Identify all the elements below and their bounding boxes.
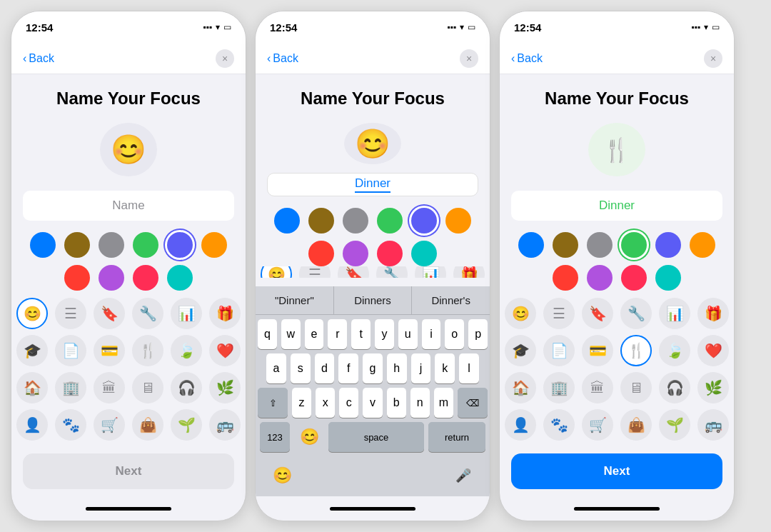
color-brown-2[interactable] [308,208,334,234]
emoji-circle-2[interactable]: 😊 [344,123,401,164]
icon-person-1[interactable]: 👤 [16,409,48,441]
close-button-3[interactable]: × [704,49,722,68]
key-123[interactable]: 123 [260,422,290,452]
partial-icon-tool[interactable]: 🔧 [376,266,408,278]
key-y[interactable]: y [375,319,394,349]
next-button-1[interactable]: Next [23,453,234,489]
icon-person-3[interactable]: 👤 [505,409,536,441]
key-q[interactable]: q [258,319,277,349]
key-j[interactable]: j [411,353,431,383]
autocomplete-dinners-apos[interactable]: Dinner's [412,286,490,314]
icon-bank-3[interactable]: 🏛 [582,372,613,403]
icon-plant-3[interactable]: 🌿 [697,372,729,403]
icon-chart-3[interactable]: 📊 [659,298,690,329]
icon-home-3[interactable]: 🏠 [505,372,536,403]
color-pink-3[interactable] [621,265,647,291]
microphone-key[interactable]: 🎤 [448,461,478,491]
key-n[interactable]: n [410,388,430,418]
icon-card-1[interactable]: 💳 [94,335,125,366]
emoji-switcher[interactable]: 😊 [267,461,297,491]
key-emoji[interactable]: 😊 [294,422,324,452]
autocomplete-dinner-quote[interactable]: "Dinner" [256,286,334,314]
icon-leaf-1[interactable]: 🍃 [171,335,202,366]
icon-home-1[interactable]: 🏠 [16,372,48,403]
key-x[interactable]: x [316,388,335,418]
icon-fork-3[interactable]: 🍴 [620,335,652,366]
color-red-3[interactable] [553,265,578,291]
icon-paw-1[interactable]: 🐾 [55,409,86,441]
color-pink-2[interactable] [377,241,403,266]
autocomplete-dinners[interactable]: Dinners [334,286,413,314]
color-gray-1[interactable] [99,232,124,258]
partial-icon-book[interactable]: 🔖 [338,266,369,278]
key-h[interactable]: h [387,353,407,383]
icon-heart-3[interactable]: ❤️ [697,335,729,366]
icon-grad-3[interactable]: 🎓 [505,335,536,366]
icon-bag-3[interactable]: 👜 [620,409,652,441]
key-space[interactable]: space [328,422,424,452]
key-a[interactable]: a [266,353,286,383]
partial-icon-gift[interactable]: 🎁 [453,266,485,278]
key-v[interactable]: v [363,388,382,418]
icon-emoji-1[interactable]: 😊 [16,298,48,329]
icon-headphones-3[interactable]: 🎧 [659,372,690,403]
icon-bag-1[interactable]: 👜 [132,409,163,441]
partial-icon-chart[interactable]: 📊 [415,266,446,278]
close-button-1[interactable]: × [216,49,234,68]
color-blue-1[interactable] [30,232,56,258]
back-button-2[interactable]: ‹ Back [267,52,298,65]
color-gray-2[interactable] [343,208,368,234]
icon-list-1[interactable]: ☰ [55,298,86,329]
name-input-1[interactable]: Name [23,191,234,221]
key-u[interactable]: u [398,319,418,349]
key-c[interactable]: c [339,388,358,418]
key-w[interactable]: w [281,319,301,349]
emoji-circle-1[interactable]: 😊 [100,123,157,176]
icon-chart-1[interactable]: 📊 [171,298,202,329]
icon-monitor-1[interactable]: 🖥 [132,372,163,403]
color-orange-1[interactable] [201,232,227,258]
key-g[interactable]: g [363,353,383,383]
color-violet-2[interactable] [343,241,368,266]
color-green-2[interactable] [377,208,403,234]
icon-building-1[interactable]: 🏢 [55,372,86,403]
icon-tool-3[interactable]: 🔧 [620,298,652,329]
color-violet-3[interactable] [587,265,613,291]
color-violet-1[interactable] [99,265,124,291]
icon-grad-1[interactable]: 🎓 [16,335,48,366]
icon-card-3[interactable]: 💳 [582,335,613,366]
key-i[interactable]: i [422,319,441,349]
key-m[interactable]: m [434,388,453,418]
name-input-2[interactable]: Dinner [267,173,478,196]
color-brown-3[interactable] [553,232,578,258]
icon-herb-3[interactable]: 🌱 [659,409,690,441]
color-purple-2[interactable] [411,208,437,234]
color-gray-3[interactable] [587,232,613,258]
key-shift[interactable]: ⇧ [258,388,288,418]
color-pink-1[interactable] [133,265,158,291]
key-return[interactable]: return [428,422,485,452]
icon-gift-1[interactable]: 🎁 [209,298,241,329]
key-r[interactable]: r [328,319,347,349]
back-button-3[interactable]: ‹ Back [511,52,543,65]
icon-bus-1[interactable]: 🚌 [209,409,241,441]
icon-bookmark-1[interactable]: 🔖 [94,298,125,329]
color-blue-3[interactable] [518,232,544,258]
key-p[interactable]: p [468,319,488,349]
close-button-2[interactable]: × [460,49,478,68]
icon-heart-1[interactable]: ❤️ [209,335,241,366]
color-teal-1[interactable] [167,265,193,291]
color-purple-1[interactable] [167,232,193,258]
next-button-3[interactable]: Next [511,453,722,489]
key-b[interactable]: b [387,388,406,418]
emoji-circle-3[interactable]: 🍴 [588,123,645,176]
key-d[interactable]: d [315,353,335,383]
key-f[interactable]: f [338,353,358,383]
icon-list-3[interactable]: ☰ [543,298,575,329]
color-brown-1[interactable] [64,232,90,258]
color-blue-2[interactable] [274,208,300,234]
icon-bus-3[interactable]: 🚌 [697,409,729,441]
icon-bookmark-3[interactable]: 🔖 [582,298,613,329]
icon-cart-3[interactable]: 🛒 [582,409,613,441]
name-input-3[interactable]: Dinner [511,191,722,221]
